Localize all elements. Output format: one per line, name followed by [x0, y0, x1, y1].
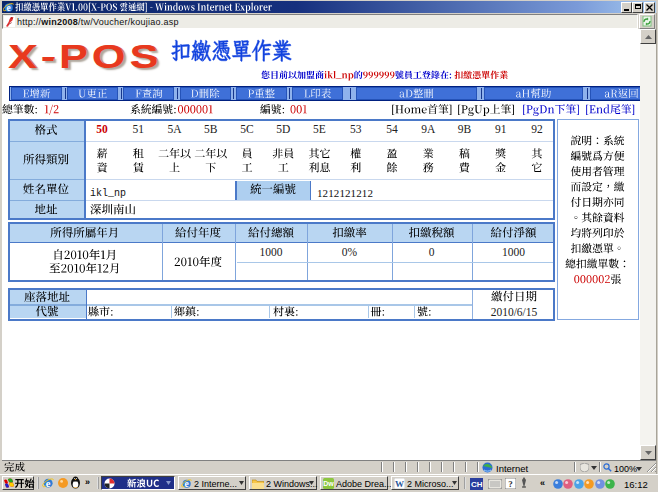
svg-text:Dw: Dw — [323, 480, 334, 487]
svg-text:?: ? — [508, 479, 513, 489]
svg-text:W: W — [395, 479, 404, 489]
